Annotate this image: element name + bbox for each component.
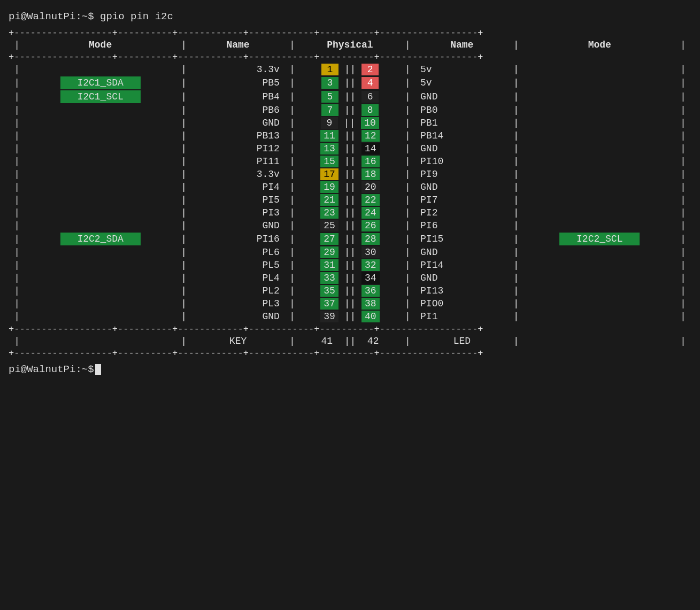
- table-row: | | GND | 39 || 40 | PI1 | |: [9, 310, 691, 323]
- pin-left: 9: [321, 117, 338, 129]
- name-left: PB4: [192, 90, 284, 104]
- name-right: PI10: [416, 155, 508, 168]
- name-left: 3.3v: [192, 168, 284, 181]
- name-right: PIO0: [416, 297, 508, 310]
- table-row: | I2C1_SCL | PB4 | 5 || 6 | GND | |: [9, 90, 691, 104]
- name-left: PL5: [192, 259, 284, 272]
- footer-key-pin: 41: [321, 336, 333, 346]
- terminal: pi@WalnutPi:~$ gpio pin i2c +-----------…: [9, 5, 691, 381]
- pin-left: 39: [320, 311, 339, 322]
- mode-left: I2C2_SDA: [60, 233, 141, 245]
- name-right: PI9: [416, 168, 508, 181]
- name-right: GND: [416, 181, 508, 194]
- table-row: | | PL5 | 31 || 32 | PI14 | |: [9, 259, 691, 272]
- pin-right: 16: [361, 156, 380, 167]
- name-right: PB1: [416, 117, 508, 129]
- mode-right: I2C2_SCL: [559, 233, 640, 245]
- table-row: | I2C2_SDA | PI16 | 27 || 28 | PI15 | I2…: [9, 232, 691, 246]
- name-left: PI11: [192, 155, 284, 168]
- table-row: | | PL4 | 33 || 34 | GND | |: [9, 272, 691, 284]
- pin-right: 28: [361, 233, 380, 245]
- name-right: PI13: [416, 284, 508, 297]
- name-right: PB0: [416, 104, 508, 117]
- name-right: 5v: [416, 63, 508, 76]
- col-header-name-left: Name: [192, 39, 284, 51]
- pin-left: 35: [320, 285, 339, 297]
- name-right: PI15: [416, 232, 508, 246]
- pin-left: 15: [320, 156, 339, 167]
- name-left: 3.3v: [192, 63, 284, 76]
- name-left: PL3: [192, 297, 284, 310]
- pin-left: 31: [320, 259, 339, 271]
- name-left: PL4: [192, 272, 284, 284]
- table-row: | | PI11 | 15 || 16 | PI10 | |: [9, 155, 691, 168]
- name-left: PI16: [192, 232, 284, 246]
- table-row: | | GND | 9 || 10 | PB1 | |: [9, 117, 691, 129]
- name-right: PI1: [416, 310, 508, 323]
- col-header-mode-right: Mode: [525, 39, 675, 51]
- table-row: | | 3.3v | 17 || 18 | PI9 | |: [9, 168, 691, 181]
- table-row: | | GND | 25 || 26 | PI6 | |: [9, 219, 691, 232]
- divider-sub: +------------------+----------+---------…: [9, 51, 691, 63]
- name-right: GND: [416, 90, 508, 104]
- col-header-mode-left: Mode: [25, 39, 175, 51]
- pin-left: 25: [320, 220, 339, 231]
- pin-right: 10: [361, 117, 379, 129]
- name-left: PI12: [192, 142, 284, 155]
- pin-left: 13: [320, 143, 339, 155]
- pin-left: 19: [320, 181, 339, 193]
- name-left: PI3: [192, 206, 284, 219]
- name-right: 5v: [416, 76, 508, 90]
- pin-left: 11: [320, 130, 339, 142]
- prompt: pi@WalnutPi:~$ gpio pin i2c: [9, 11, 173, 22]
- table-row: | | PI12 | 13 || 14 | GND | |: [9, 142, 691, 155]
- name-left: PB13: [192, 129, 284, 142]
- pin-right: 38: [361, 298, 380, 310]
- pin-right: 18: [361, 168, 380, 180]
- table-row: | | PB6 | 7 || 8 | PB0 | |: [9, 104, 691, 117]
- name-right: PB14: [416, 129, 508, 142]
- divider-final: +------------------+----------+---------…: [9, 347, 691, 359]
- pin-right: 8: [361, 104, 379, 116]
- pin-right: 12: [361, 130, 380, 142]
- table-row: | | 3.3v | 1 || 2 | 5v | |: [9, 63, 691, 76]
- gpio-table-wrapper: +------------------+----------+---------…: [9, 27, 691, 359]
- pin-right: 40: [361, 311, 380, 322]
- name-left: PL6: [192, 246, 284, 259]
- name-right: GND: [416, 142, 508, 155]
- pin-right: 26: [361, 220, 380, 231]
- cursor: [95, 364, 101, 375]
- pin-left: 27: [320, 233, 339, 245]
- pin-left: 3: [321, 77, 339, 89]
- header-row: | Mode | Name | Physical | Name | Mode |: [9, 39, 691, 51]
- pin-left: 33: [320, 272, 339, 284]
- pin-right: 22: [361, 194, 380, 206]
- mode-left: I2C1_SCL: [60, 90, 141, 103]
- pin-left: 5: [321, 91, 339, 103]
- pin-right: 32: [361, 259, 380, 271]
- col-header-name-right: Name: [416, 39, 508, 51]
- name-right: PI2: [416, 206, 508, 219]
- name-right: PI14: [416, 259, 508, 272]
- footer-led-label: LED: [416, 335, 508, 347]
- pin-right: 14: [361, 143, 380, 155]
- name-left: GND: [192, 219, 284, 232]
- pin-right: 36: [361, 285, 380, 297]
- table-row: | | PI4 | 19 || 20 | GND | |: [9, 181, 691, 194]
- divider-top: +------------------+----------+---------…: [9, 27, 691, 39]
- mode-left: I2C1_SDA: [60, 76, 141, 89]
- pin-right: 4: [361, 77, 379, 89]
- pin-right: 2: [361, 64, 379, 75]
- footer-key-label: KEY: [192, 335, 284, 347]
- pin-left: 1: [321, 64, 339, 75]
- name-left: PB6: [192, 104, 284, 117]
- pin-right: 6: [361, 91, 379, 103]
- name-right: PI7: [416, 194, 508, 206]
- table-row: | | PL2 | 35 || 36 | PI13 | |: [9, 284, 691, 297]
- footer-row: | | KEY | 41 || 42 | LED | |: [9, 335, 691, 347]
- pin-right: 20: [361, 181, 380, 193]
- pin-left: 7: [321, 104, 339, 116]
- command-line: pi@WalnutPi:~$ gpio pin i2c: [9, 11, 691, 22]
- table-row: | | PB13 | 11 || 12 | PB14 | |: [9, 129, 691, 142]
- pin-left: 29: [320, 246, 339, 258]
